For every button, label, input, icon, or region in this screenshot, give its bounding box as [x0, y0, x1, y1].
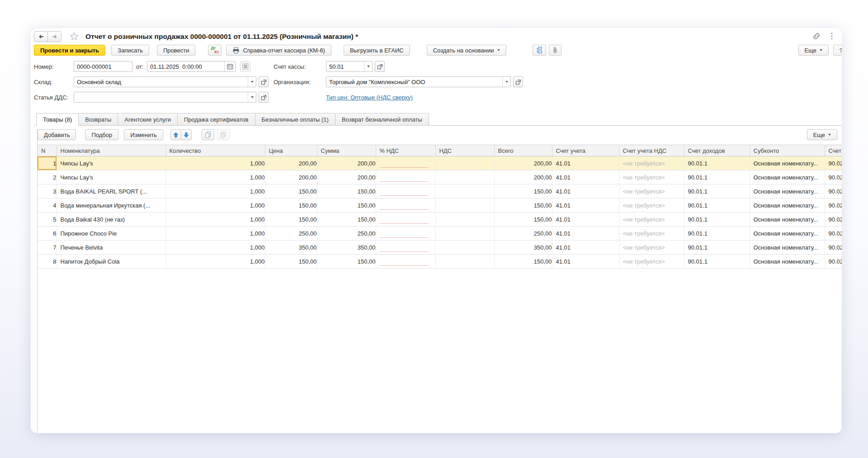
back-button[interactable]	[34, 31, 48, 42]
attachments-button[interactable]	[549, 45, 561, 56]
kebab-menu-icon[interactable]	[831, 33, 833, 40]
cell-total[interactable]: 200,00	[494, 170, 552, 184]
cell-name[interactable]: Вода минеральная Иркутская (...	[57, 198, 165, 212]
cell-qty[interactable]: 1,000	[165, 198, 265, 212]
tab-returns[interactable]: Возвраты	[78, 113, 118, 126]
cell-qty[interactable]: 1,000	[165, 184, 265, 198]
cell-acc[interactable]: 41.01	[552, 212, 619, 227]
cell-price[interactable]: 200,00	[265, 156, 317, 170]
cell-vat[interactable]	[435, 212, 494, 227]
col-header-qty[interactable]: Количество	[165, 145, 265, 156]
cell-sum[interactable]: 200,00	[317, 156, 376, 170]
cell-vat[interactable]	[435, 241, 494, 255]
cell-sum[interactable]: 350,00	[317, 241, 376, 255]
help-button[interactable]: ?	[833, 45, 842, 56]
cell-name[interactable]: Печенье Belvita	[57, 241, 165, 255]
cell-expense_acc[interactable]: 90.02	[825, 241, 842, 255]
cell-sum[interactable]: 150,00	[317, 184, 376, 198]
cell-vat_pct[interactable]	[376, 255, 435, 269]
organization-open-button[interactable]	[513, 76, 523, 87]
col-header-vat_acc[interactable]: Счет учета НДС	[619, 145, 684, 156]
table-row[interactable]: 7Печенье Belvita1,000350,00350,00350,004…	[38, 241, 842, 255]
cell-name[interactable]: Пирожное Choco Pie	[57, 227, 165, 241]
cell-vat_acc[interactable]: <не требуется>	[619, 241, 684, 255]
cell-sum[interactable]: 200,00	[317, 170, 376, 184]
tab-cashless-payments[interactable]: Безналичные оплаты (1)	[255, 113, 335, 126]
history-list-button[interactable]	[240, 61, 250, 71]
save-button[interactable]: Записать	[111, 45, 149, 56]
col-header-income_acc[interactable]: Счет доходов	[684, 145, 750, 156]
col-header-name[interactable]: Номенклатура	[57, 145, 165, 156]
cell-total[interactable]: 150,00	[494, 212, 552, 227]
cell-name[interactable]: Чипсы Lay's	[57, 156, 165, 170]
cell-sum[interactable]: 150,00	[317, 212, 376, 227]
cell-expense_acc[interactable]: 90.02	[825, 227, 842, 241]
cell-name[interactable]: Чипсы Lay's	[57, 170, 165, 184]
cell-vat_pct[interactable]	[376, 227, 435, 241]
table-row[interactable]: 4Вода минеральная Иркутская (...1,000150…	[38, 198, 842, 212]
cell-total[interactable]: 250,00	[494, 227, 552, 241]
cell-name[interactable]: Напиток Добрый Cola	[57, 255, 165, 269]
cell-total[interactable]: 150,00	[494, 184, 552, 198]
cell-vat_pct[interactable]	[376, 156, 435, 170]
cell-n[interactable]: 6	[38, 227, 57, 241]
cell-qty[interactable]: 1,000	[165, 170, 265, 184]
cell-price[interactable]: 250,00	[265, 227, 317, 241]
col-header-vat_pct[interactable]: % НДС	[376, 145, 435, 156]
pick-button[interactable]: Подбор	[85, 129, 118, 140]
cell-n[interactable]: 2	[38, 170, 57, 184]
organization-input[interactable]	[326, 79, 502, 85]
cell-vat_acc[interactable]: <не требуется>	[619, 170, 684, 184]
cell-sum[interactable]: 250,00	[317, 227, 376, 241]
col-header-acc[interactable]: Счет учета	[552, 145, 619, 156]
post-and-close-button[interactable]: Провести и закрыть	[34, 45, 105, 56]
paste-button[interactable]	[217, 129, 230, 140]
date-input[interactable]	[147, 63, 224, 70]
cell-vat_acc[interactable]: <не требуется>	[619, 198, 684, 212]
cell-qty[interactable]: 1,000	[165, 227, 265, 241]
link-icon[interactable]	[812, 32, 821, 41]
table-row[interactable]: 8Напиток Добрый Cola1,000150,00150,00150…	[38, 255, 842, 269]
table-row[interactable]: 6Пирожное Choco Pie1,000250,00250,00250,…	[38, 227, 842, 241]
cell-total[interactable]: 200,00	[494, 156, 552, 170]
cell-qty[interactable]: 1,000	[165, 212, 265, 227]
cell-expense_acc[interactable]: 90.02	[825, 198, 842, 212]
cell-income_acc[interactable]: 90.01.1	[684, 156, 750, 170]
more-button-table[interactable]: Еще	[807, 129, 837, 140]
warehouse-open-button[interactable]	[259, 76, 269, 87]
cell-acc[interactable]: 41.01	[552, 241, 619, 255]
cell-vat_pct[interactable]	[376, 212, 435, 227]
cell-vat[interactable]	[435, 170, 494, 184]
cell-expense_acc[interactable]: 90.02	[825, 184, 842, 198]
cell-vat_pct[interactable]	[376, 241, 435, 255]
cell-qty[interactable]: 1,000	[165, 156, 265, 170]
edit-button[interactable]: Изменить	[124, 129, 163, 140]
cell-vat_acc[interactable]: <не требуется>	[619, 227, 684, 241]
cell-name[interactable]: Вода Baikal 430 (не газ)	[57, 212, 165, 227]
create-based-on-button[interactable]: Создать на основании	[427, 45, 506, 56]
cell-price[interactable]: 150,00	[265, 255, 317, 269]
cell-price[interactable]: 150,00	[265, 212, 317, 227]
warehouse-input[interactable]	[74, 79, 248, 85]
chevron-down-icon[interactable]	[502, 77, 510, 87]
favorite-star-icon[interactable]	[69, 32, 79, 42]
add-row-button[interactable]: Добавить	[38, 129, 76, 140]
cell-vat_acc[interactable]: <не требуется>	[619, 156, 684, 170]
cell-price[interactable]: 200,00	[265, 170, 317, 184]
number-input[interactable]	[74, 63, 132, 70]
chevron-down-icon[interactable]	[248, 92, 256, 102]
cash-account-input[interactable]	[326, 63, 364, 70]
cell-vat[interactable]	[435, 184, 494, 198]
cell-expense_acc[interactable]: 90.02	[825, 170, 842, 184]
cell-expense_acc[interactable]: 90.02	[825, 255, 842, 269]
tab-cashless-returns[interactable]: Возврат безналичной оплаты	[335, 113, 429, 126]
cell-expense_acc[interactable]: 90.02	[825, 156, 842, 170]
cell-vat_acc[interactable]: <не требуется>	[619, 184, 684, 198]
cell-income_acc[interactable]: 90.01.1	[684, 212, 750, 227]
cell-n[interactable]: 8	[38, 255, 57, 269]
chevron-down-icon[interactable]	[248, 77, 256, 87]
cell-income_acc[interactable]: 90.01.1	[684, 227, 750, 241]
cell-n[interactable]: 1	[38, 156, 57, 170]
move-up-button[interactable]	[170, 129, 181, 140]
tab-goods[interactable]: Товары (8)	[36, 113, 79, 126]
